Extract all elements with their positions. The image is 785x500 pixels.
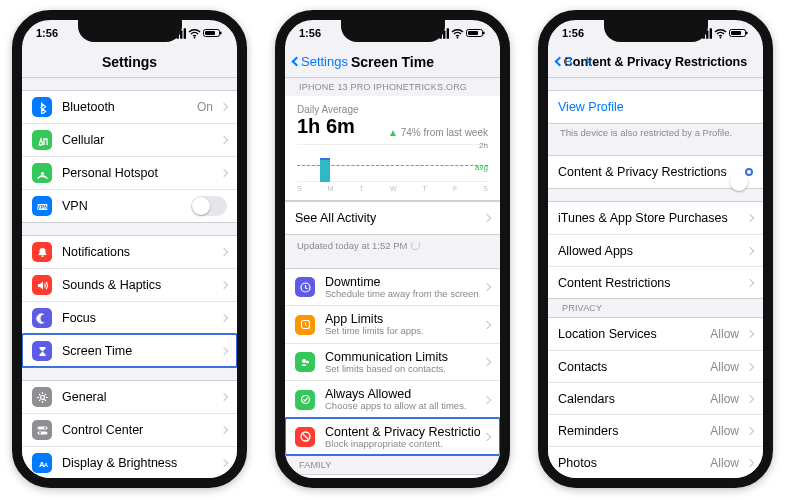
chevron-right-icon	[220, 426, 228, 434]
cell-label: Contacts	[558, 360, 710, 374]
chevron-right-icon	[220, 393, 228, 401]
battery-icon	[466, 28, 486, 38]
cell-label: Allowed Apps	[558, 244, 743, 258]
cell-label: iTunes & App Store Purchases	[558, 211, 743, 225]
cell-label: Focus	[62, 311, 217, 325]
cell-calendars[interactable]: CalendarsAllow	[548, 382, 763, 414]
cell-location-services[interactable]: Location ServicesAllow	[548, 318, 763, 350]
cell-focus[interactable]: Focus	[22, 301, 237, 334]
chevron-right-icon	[746, 278, 754, 286]
status-time: 1:56	[36, 27, 58, 39]
header: Settings Screen Time	[285, 46, 500, 78]
cell-sounds-haptics[interactable]: Sounds & Haptics	[22, 268, 237, 301]
delta-value: ▲ 74% from last week	[388, 127, 488, 138]
chevron-right-icon	[483, 320, 491, 328]
chevron-right-icon	[746, 362, 754, 370]
chevron-right-icon	[746, 458, 754, 466]
cell-photos[interactable]: PhotosAllow	[548, 446, 763, 478]
chevron-right-icon	[746, 426, 754, 434]
cell-label: Reminders	[558, 424, 710, 438]
cell-label: Content Restrictions	[558, 276, 743, 290]
cell-content-restrictions[interactable]: Content Restrictions	[548, 266, 763, 298]
chevron-right-icon	[220, 169, 228, 177]
updated-note: Updated today at 1:52 PM	[285, 235, 500, 256]
cell-app-limits[interactable]: App LimitsSet time limits for apps.	[285, 305, 500, 342]
cell-label: Communication LimitsSet limits based on …	[325, 350, 480, 374]
cell-control-center[interactable]: Control Center	[22, 413, 237, 446]
cell-label: Location Services	[558, 327, 710, 341]
notch	[78, 20, 182, 42]
cell-detail: Allow	[710, 392, 739, 406]
cell-detail: Allow	[710, 360, 739, 374]
usage-card[interactable]: Daily Average 1h 6m ▲ 74% from last week…	[285, 96, 500, 201]
battery-icon	[729, 28, 749, 38]
cell-display-brightness[interactable]: Display & Brightness	[22, 446, 237, 478]
device-header: IPHONE 13 PRO IPHONETRICKS.ORG	[285, 78, 500, 96]
cell-label: Sounds & Haptics	[62, 278, 217, 292]
cell-bluetooth[interactable]: BluetoothOn	[22, 91, 237, 123]
cell-label: Content & Privacy RestrictionsBlock inap…	[325, 425, 480, 449]
cell-itunes-app-store-purchases[interactable]: iTunes & App Store Purchases	[548, 202, 763, 234]
cell-notifications[interactable]: Notifications	[22, 236, 237, 268]
chevron-left-icon	[555, 57, 565, 67]
family-member[interactable]: MMMaria M	[285, 475, 500, 478]
chevron-right-icon	[483, 433, 491, 441]
switches-icon	[32, 420, 52, 440]
status-time: 1:56	[299, 27, 321, 39]
settings-scroll[interactable]: BluetoothOnCellularPersonal HotspotVPN N…	[22, 78, 237, 478]
chevron-right-icon	[220, 347, 228, 355]
chevron-right-icon	[220, 248, 228, 256]
cell-allowed-apps[interactable]: Allowed Apps	[548, 234, 763, 266]
daily-average-label: Daily Average	[297, 104, 488, 115]
chevron-right-icon	[220, 136, 228, 144]
chart-day: T	[423, 185, 427, 192]
gear-icon	[32, 387, 52, 407]
chart-day: M	[328, 185, 334, 192]
cell-contacts[interactable]: ContactsAllow	[548, 350, 763, 382]
view-profile-label: View Profile	[558, 100, 753, 114]
vpn-icon	[32, 196, 52, 216]
cell-communication-limits[interactable]: Communication LimitsSet limits based on …	[285, 343, 500, 380]
restrictions-scroll[interactable]: View Profile This device is also restric…	[548, 78, 763, 478]
back-button[interactable]: Settings	[293, 54, 348, 69]
chevron-right-icon	[746, 246, 754, 254]
back-label: Settings	[301, 54, 348, 69]
header: B…k Content & Privacy Restrictions	[548, 46, 763, 78]
cell-general[interactable]: General	[22, 381, 237, 413]
toggle[interactable]	[191, 196, 227, 216]
cell-cellular[interactable]: Cellular	[22, 123, 237, 156]
chart-day: T	[360, 185, 364, 192]
chevron-right-icon	[220, 314, 228, 322]
cell-content-privacy-restrictions[interactable]: Content & Privacy RestrictionsBlock inap…	[285, 418, 500, 455]
profile-note: This device is also restricted by a Prof…	[548, 124, 763, 143]
see-all-activity[interactable]: See All Activity	[285, 202, 500, 234]
chevron-right-icon	[483, 358, 491, 366]
cell-personal-hotspot[interactable]: Personal Hotspot	[22, 156, 237, 189]
chevron-right-icon	[220, 459, 228, 467]
cell-always-allowed[interactable]: Always AllowedChoose apps to allow at al…	[285, 380, 500, 417]
cell-detail: On	[197, 100, 213, 114]
screentime-scroll[interactable]: IPHONE 13 PRO IPHONETRICKS.ORG Daily Ave…	[285, 78, 500, 478]
chevron-right-icon	[746, 394, 754, 402]
back-button[interactable]: B…k	[556, 54, 592, 69]
chevron-right-icon	[483, 283, 491, 291]
page-title: Screen Time	[351, 54, 434, 70]
chevron-right-icon	[483, 214, 491, 222]
applimits-icon	[295, 315, 315, 335]
chevron-right-icon	[483, 395, 491, 403]
highlight-oval	[745, 168, 753, 176]
cell-downtime[interactable]: DowntimeSchedule time away from the scre…	[285, 269, 500, 305]
cell-reminders[interactable]: RemindersAllow	[548, 414, 763, 446]
cell-vpn[interactable]: VPN	[22, 189, 237, 222]
cell-label: Calendars	[558, 392, 710, 406]
chart-day: F	[453, 185, 457, 192]
view-profile[interactable]: View Profile	[548, 91, 763, 123]
privacy-header: PRIVACY	[548, 299, 763, 317]
cell-label: Personal Hotspot	[62, 166, 217, 180]
usage-chart: 2h avg SMTWTFS	[297, 144, 488, 192]
textsize-icon	[32, 453, 52, 473]
cell-screen-time[interactable]: Screen Time	[22, 334, 237, 367]
chart-day: S	[297, 185, 302, 192]
master-toggle-row: Content & Privacy Restrictions	[548, 156, 763, 188]
chevron-right-icon	[746, 330, 754, 338]
